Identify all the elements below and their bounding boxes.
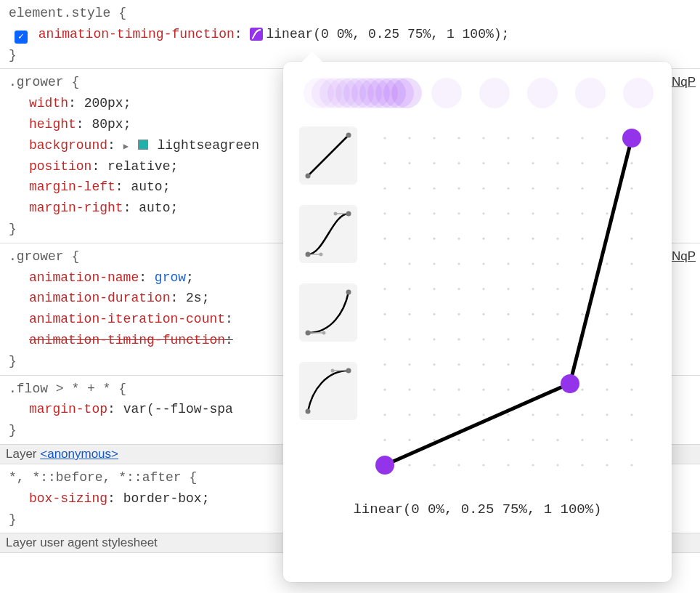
svg-point-132 [507, 389, 509, 391]
selector-text: *, *::before, *::after [9, 470, 182, 485]
svg-point-159 [630, 439, 632, 441]
svg-point-135 [581, 389, 583, 391]
svg-point-51 [408, 212, 410, 214]
svg-point-143 [507, 414, 509, 416]
svg-point-34 [532, 162, 534, 164]
svg-point-131 [482, 389, 484, 391]
layer-anonymous-link[interactable]: <anonymous> [40, 447, 118, 461]
svg-point-49 [630, 187, 632, 190]
easing-control-point[interactable] [622, 129, 641, 148]
source-link[interactable]: NqP [672, 72, 696, 92]
svg-point-36 [581, 162, 583, 164]
svg-point-97 [457, 313, 460, 315]
svg-point-15 [346, 368, 351, 374]
svg-line-171 [385, 384, 570, 466]
svg-point-40 [408, 187, 410, 190]
svg-point-21 [482, 137, 484, 139]
svg-point-107 [433, 338, 435, 340]
svg-point-111 [532, 338, 534, 340]
svg-point-11 [346, 290, 351, 295]
easing-control-point[interactable] [375, 456, 394, 475]
svg-point-169 [606, 464, 608, 466]
svg-point-161 [408, 464, 410, 466]
preview-ball [479, 78, 510, 108]
svg-point-43 [482, 187, 484, 190]
color-swatch-icon[interactable] [138, 140, 148, 150]
svg-point-89 [532, 288, 534, 290]
svg-point-119 [457, 363, 460, 366]
svg-point-60 [630, 212, 632, 214]
svg-point-90 [556, 288, 558, 290]
preset-linear[interactable] [299, 126, 357, 185]
animation-preview-track [304, 78, 656, 110]
easing-control-point[interactable] [561, 374, 579, 393]
svg-point-139 [408, 414, 410, 416]
svg-point-137 [630, 389, 632, 391]
svg-point-146 [581, 414, 583, 416]
svg-point-165 [507, 464, 509, 466]
declaration-animation-timing-function[interactable]: ✓ animation-timing-function: linear(0 0%… [9, 24, 696, 45]
svg-point-118 [433, 363, 435, 366]
preview-ball [391, 78, 422, 108]
svg-point-129 [433, 389, 435, 391]
property-name[interactable]: animation-timing-function [38, 27, 235, 41]
preset-ease-in-out[interactable] [299, 205, 357, 263]
svg-point-88 [507, 288, 509, 290]
svg-point-96 [433, 313, 435, 315]
svg-point-155 [532, 439, 534, 441]
svg-point-94 [383, 313, 386, 315]
svg-point-57 [556, 212, 558, 214]
svg-point-144 [532, 414, 534, 416]
svg-point-158 [606, 439, 608, 441]
svg-point-115 [630, 338, 632, 340]
svg-point-33 [507, 162, 509, 164]
expand-triangle-icon[interactable]: ▶ [123, 140, 129, 154]
preset-ease-out[interactable] [299, 362, 357, 420]
svg-point-106 [408, 338, 410, 340]
svg-point-75 [457, 262, 460, 265]
property-value[interactable]: linear(0 0%, 0.25 75%, 1 100%) [266, 27, 501, 41]
svg-point-82 [630, 262, 632, 265]
svg-point-124 [581, 363, 583, 366]
svg-point-25 [581, 137, 583, 139]
svg-point-76 [482, 262, 484, 265]
svg-point-2 [346, 133, 351, 138]
svg-point-65 [482, 238, 484, 240]
svg-point-136 [606, 389, 608, 391]
easing-editor-icon[interactable] [250, 28, 263, 41]
svg-point-7 [320, 253, 323, 257]
svg-point-151 [433, 439, 435, 441]
easing-curve-editor[interactable] [370, 124, 646, 480]
svg-point-149 [383, 439, 386, 441]
selector-text: .grower [9, 249, 64, 264]
svg-point-162 [433, 464, 435, 466]
property-enable-checkbox[interactable]: ✓ [15, 31, 28, 44]
selector-text: element.style [9, 6, 110, 20]
svg-point-86 [457, 288, 460, 290]
svg-point-46 [556, 187, 558, 190]
svg-point-128 [408, 389, 410, 391]
svg-point-72 [383, 262, 386, 265]
preview-ball [575, 78, 606, 108]
svg-point-142 [482, 414, 484, 416]
svg-point-167 [556, 464, 558, 466]
preset-ease-in[interactable] [299, 283, 357, 342]
selector-text: .flow > * + * [9, 382, 110, 396]
svg-point-102 [581, 313, 583, 315]
svg-point-100 [532, 313, 534, 315]
svg-point-59 [606, 212, 608, 214]
source-link[interactable]: NqP [672, 246, 696, 266]
svg-point-16 [331, 369, 335, 373]
svg-point-133 [532, 389, 534, 391]
svg-point-164 [482, 464, 484, 466]
svg-point-103 [606, 313, 608, 315]
svg-point-121 [507, 363, 509, 366]
svg-point-28 [383, 162, 386, 164]
svg-point-22 [507, 137, 509, 139]
svg-point-91 [581, 288, 583, 290]
svg-point-62 [408, 238, 410, 240]
svg-line-172 [570, 138, 632, 384]
svg-point-8 [334, 212, 338, 216]
svg-point-55 [507, 212, 509, 214]
svg-point-83 [383, 288, 386, 290]
